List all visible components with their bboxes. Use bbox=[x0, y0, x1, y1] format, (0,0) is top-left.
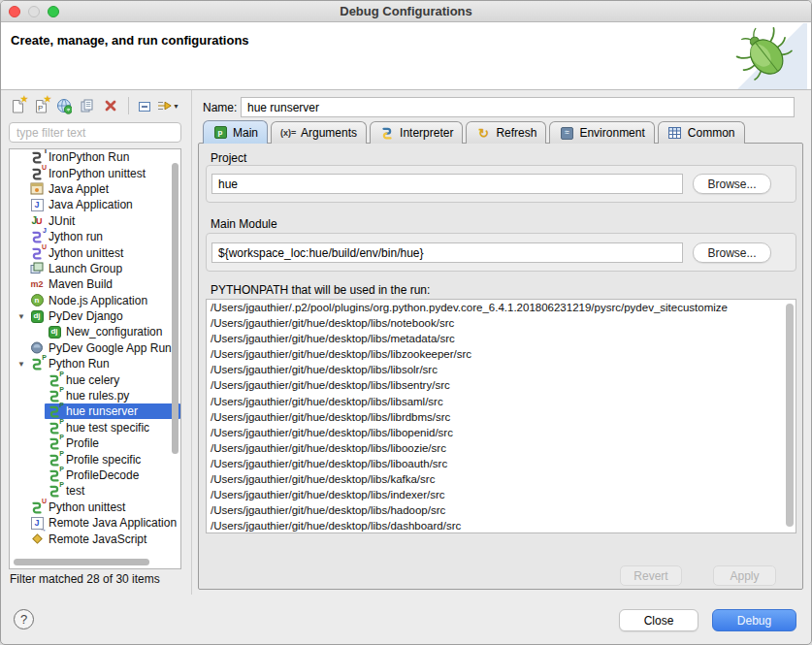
tree-item-content: Java Applet bbox=[27, 181, 180, 197]
tree-item-label: Java Applet bbox=[49, 182, 109, 196]
help-button[interactable]: ? bbox=[14, 609, 34, 629]
tab-interpreter[interactable]: Interpreter bbox=[370, 121, 463, 144]
dropdown-caret-icon: ▼ bbox=[173, 103, 179, 110]
tree-item-jython-run[interactable]: JJython run bbox=[10, 229, 180, 244]
tree-item-maven-build[interactable]: m2Maven Build bbox=[10, 276, 180, 292]
close-button[interactable]: Close bbox=[619, 609, 698, 631]
tree-indent: ▼ bbox=[10, 360, 27, 369]
duplicate-button[interactable] bbox=[77, 95, 98, 116]
filter-button[interactable]: ▼ bbox=[157, 95, 179, 116]
pythonpath-entry[interactable]: /Users/jgauthier/git/hue/desktop/libs/li… bbox=[207, 394, 796, 409]
maven-build-icon: m2 bbox=[29, 277, 45, 291]
pythonpath-entry[interactable]: /Users/jgauthier/git/hue/desktop/libs/li… bbox=[207, 440, 796, 456]
tree-item-hue-celery[interactable]: Phue celery bbox=[10, 371, 180, 387]
tree-item-hue-test-specific[interactable]: Phue test specific bbox=[10, 420, 180, 435]
pythonpath-scrollbar[interactable] bbox=[786, 304, 794, 527]
apply-button[interactable]: Apply bbox=[713, 565, 776, 586]
tree-item-java-application[interactable]: JJava Application bbox=[10, 197, 180, 212]
tree-item-new-configuration[interactable]: djNew_configuration bbox=[10, 324, 180, 339]
pythonpath-entry[interactable]: /Users/jgauthier/git/hue/desktop/libs/ka… bbox=[207, 471, 796, 487]
tree-item-pydev-django[interactable]: ▼djPyDev Django bbox=[10, 308, 180, 324]
tree-item-label: hue runserver bbox=[66, 404, 138, 418]
tree-item-junit[interactable]: JUJUnit bbox=[10, 213, 180, 229]
pythonpath-entry[interactable]: /Users/jgauthier/git/hue/desktop/libs/me… bbox=[207, 331, 796, 346]
filter-input[interactable] bbox=[9, 122, 181, 143]
tree-item-content: UIronPython unittest bbox=[27, 166, 180, 181]
zoom-window-icon[interactable] bbox=[48, 6, 59, 17]
revert-button[interactable]: Revert bbox=[620, 565, 682, 586]
new-prototype-button[interactable]: P★ bbox=[30, 95, 51, 116]
tree-horizontal-scrollbar[interactable] bbox=[14, 559, 149, 565]
export-configurations-button[interactable] bbox=[53, 95, 75, 116]
tree-item-hue-runserver[interactable]: Phue runserver bbox=[10, 403, 180, 419]
tab-arguments[interactable]: (x)=Arguments bbox=[271, 121, 367, 144]
tab-main[interactable]: pMain bbox=[203, 120, 268, 144]
tree-item-ironpython-unittest[interactable]: UIronPython unittest bbox=[10, 165, 180, 180]
pythonpath-entry[interactable]: /Users/jgauthier/.p2/pool/plugins/org.py… bbox=[207, 300, 796, 315]
pythonpath-entry[interactable]: /Users/jgauthier/git/hue/desktop/libs/li… bbox=[207, 362, 796, 377]
tree-item-launch-group[interactable]: Launch Group bbox=[10, 261, 180, 276]
tab-refresh-icon: ↻ bbox=[475, 126, 491, 140]
tree-item-test[interactable]: Ptest bbox=[10, 483, 180, 499]
main-module-input[interactable] bbox=[211, 242, 683, 263]
expand-arrow-icon[interactable]: ▼ bbox=[17, 312, 25, 321]
pythonpath-entry[interactable]: /Users/jgauthier/git/hue/desktop/libs/li… bbox=[207, 456, 796, 471]
tree-item-hue-rules-py[interactable]: Phue rules.py bbox=[10, 388, 180, 403]
tree-item-python-unittest[interactable]: UPython unittest bbox=[10, 500, 180, 515]
tree-item-profile[interactable]: PProfile bbox=[10, 435, 180, 451]
tree-item-label: test bbox=[66, 484, 84, 498]
tab-common[interactable]: Common bbox=[658, 121, 745, 144]
remote-js-icon bbox=[29, 532, 45, 546]
pydev-django-child-icon: dj bbox=[47, 325, 62, 339]
tree-item-pydev-google-app-run[interactable]: PyDev Google App Run bbox=[10, 340, 180, 356]
junit-icon: JU bbox=[29, 214, 45, 228]
debug-configurations-dialog: Debug Configurations Create, manage, and… bbox=[0, 0, 812, 645]
close-window-icon[interactable] bbox=[9, 6, 20, 17]
tree-item-node-js-application[interactable]: nNode.js Application bbox=[10, 293, 180, 308]
tab-refresh[interactable]: ↻Refresh bbox=[466, 121, 546, 144]
expand-arrow-icon[interactable]: ▼ bbox=[17, 360, 25, 369]
main-module-label: Main Module bbox=[211, 217, 277, 231]
tab-label: Main bbox=[233, 126, 258, 140]
minimize-window-icon[interactable] bbox=[28, 6, 40, 17]
pythonpath-entry[interactable]: /Users/jgauthier/git/hue/desktop/libs/li… bbox=[207, 346, 796, 362]
pythonpath-entry[interactable]: /Users/jgauthier/git/hue/desktop/libs/li… bbox=[207, 377, 796, 393]
tree-item-remote-java-application[interactable]: J→Remote Java Application bbox=[10, 515, 180, 531]
tree-item-profile-specific[interactable]: PProfile specific bbox=[10, 451, 180, 467]
debug-beetle-icon bbox=[720, 23, 807, 89]
tree-item-python-run[interactable]: ▼PPython Run bbox=[10, 356, 180, 371]
tree-item-profiledecode[interactable]: PProfileDecode bbox=[10, 468, 180, 483]
tree-item-label: Jython run bbox=[49, 230, 103, 243]
python-run-icon: P bbox=[29, 357, 45, 371]
name-input[interactable] bbox=[241, 97, 795, 117]
tree-item-java-applet[interactable]: Java Applet bbox=[10, 181, 180, 197]
delete-button[interactable] bbox=[100, 95, 121, 116]
tree-item-content: m2Maven Build bbox=[27, 276, 180, 292]
tree-item-remote-javascript[interactable]: Remote JavaScript bbox=[10, 531, 180, 546]
tree-item-label: PyDev Google App Run bbox=[49, 341, 172, 355]
pythonpath-entry[interactable]: /Users/jgauthier/git/hue/desktop/libs/da… bbox=[207, 518, 796, 533]
tree-vertical-scrollbar[interactable] bbox=[172, 163, 179, 454]
pythonpath-list[interactable]: /Users/jgauthier/.p2/pool/plugins/org.py… bbox=[206, 299, 796, 533]
title-bar[interactable]: Debug Configurations bbox=[1, 1, 811, 22]
panel-divider[interactable] bbox=[191, 90, 192, 595]
pythonpath-label: PYTHONPATH that will be used in the run: bbox=[211, 283, 430, 297]
project-browse-button[interactable]: Browse... bbox=[693, 174, 771, 194]
pythonpath-entry[interactable]: /Users/jgauthier/git/hue/desktop/libs/li… bbox=[207, 425, 796, 440]
pythonpath-entry[interactable]: /Users/jgauthier/git/hue/desktop/libs/in… bbox=[207, 487, 796, 502]
main-module-browse-button[interactable]: Browse... bbox=[693, 242, 771, 263]
pythonpath-entry[interactable]: /Users/jgauthier/git/hue/desktop/libs/ha… bbox=[207, 502, 796, 518]
new-configuration-button[interactable]: ★ bbox=[7, 95, 28, 116]
tree-item-content: PProfileDecode bbox=[45, 468, 180, 483]
project-input[interactable] bbox=[211, 174, 683, 194]
toolbar-separator bbox=[128, 97, 129, 114]
tree-item-jython-unittest[interactable]: UJython unittest bbox=[10, 244, 180, 260]
debug-button[interactable]: Debug bbox=[712, 609, 796, 631]
new-config-icon: ★ bbox=[10, 99, 25, 113]
collapse-all-button[interactable] bbox=[134, 95, 155, 116]
pythonpath-entry[interactable]: /Users/jgauthier/git/hue/desktop/libs/li… bbox=[207, 409, 796, 425]
python-run-child-icon: P bbox=[47, 373, 62, 387]
tree-item-ironpython-run[interactable]: IIronPython Run bbox=[10, 149, 180, 165]
tab-environment[interactable]: ≈Environment bbox=[549, 121, 654, 144]
pythonpath-entry[interactable]: /Users/jgauthier/git/hue/desktop/libs/no… bbox=[207, 315, 796, 331]
